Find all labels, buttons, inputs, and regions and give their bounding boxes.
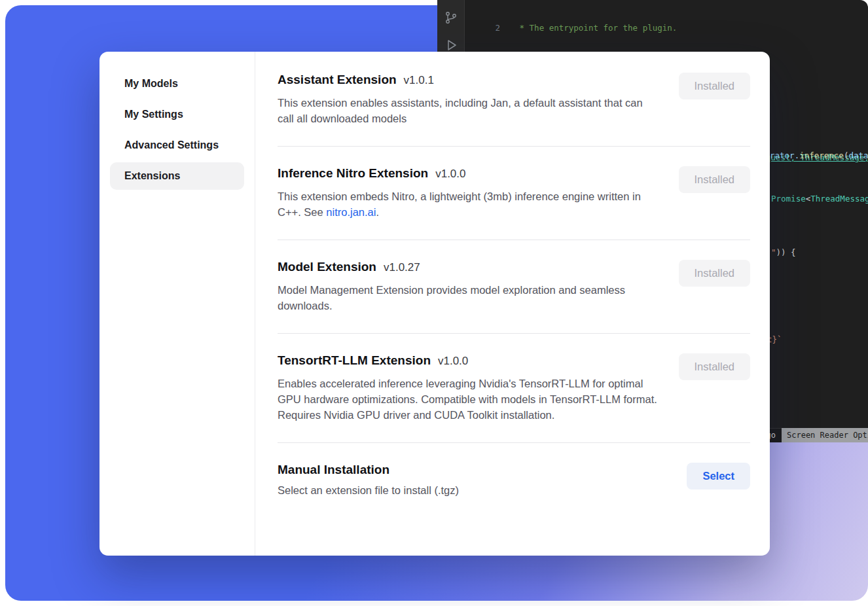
- description-text: .: [376, 206, 379, 218]
- extension-info: Inference Nitro Extension v1.0.0 This ex…: [278, 166, 660, 220]
- code-string: ": [771, 247, 776, 257]
- extension-title-line: Assistant Extension v1.0.1: [278, 73, 660, 87]
- code-fragment: rator.inference(data));: [770, 151, 868, 162]
- extension-description: Select an extension file to install (.tg…: [278, 482, 459, 498]
- extension-title: Inference Nitro Extension: [278, 166, 428, 181]
- extension-title: TensortRT-LLM Extension: [278, 353, 431, 368]
- source-control-icon[interactable]: [443, 9, 460, 26]
- extension-row-tensorrt-llm: TensortRT-LLM Extension v1.0.0 Enables a…: [278, 353, 750, 423]
- code-line: 2 * The entrypoint for the plugin.: [465, 23, 868, 34]
- extension-title: Manual Installation: [278, 463, 389, 477]
- sidebar-item-my-settings[interactable]: My Settings: [110, 101, 244, 128]
- extension-title-line: Manual Installation: [278, 463, 459, 477]
- extension-version: v1.0.1: [404, 74, 434, 87]
- code-type: ThreadMessage: [810, 194, 868, 204]
- installed-button[interactable]: Installed: [679, 166, 750, 193]
- extension-row-manual-installation: Manual Installation Select an extension …: [278, 463, 750, 498]
- extension-title: Assistant Extension: [278, 73, 397, 87]
- line-number: 2: [465, 23, 500, 34]
- extension-description: Model Management Extension provides mode…: [278, 282, 660, 313]
- screen-reader-status-item[interactable]: Screen Reader Optimized: [782, 428, 868, 442]
- row-separator: [278, 333, 750, 334]
- row-separator: [278, 146, 750, 147]
- sidebar-item-my-models[interactable]: My Models: [110, 70, 244, 98]
- extension-info: TensortRT-LLM Extension v1.0.0 Enables a…: [278, 353, 660, 423]
- sidebar-item-extensions[interactable]: Extensions: [110, 162, 244, 190]
- code-var: data: [848, 151, 868, 160]
- extension-title: Model Extension: [278, 260, 376, 274]
- extension-version: v1.0.0: [435, 168, 465, 181]
- extension-version: v1.0.27: [384, 261, 420, 274]
- extension-row-model: Model Extension v1.0.27 Model Management…: [278, 260, 750, 313]
- row-separator: [278, 442, 750, 443]
- code-fragment: Promise<ThreadMessage>: [771, 194, 868, 205]
- code-fragment: ")) {: [771, 247, 796, 258]
- desktop: 2 * The entrypoint for the plugin. 3 */ …: [0, 0, 868, 606]
- code-var: rator.: [770, 151, 799, 160]
- code-type: Promise: [771, 194, 806, 204]
- installed-button[interactable]: Installed: [679, 73, 750, 99]
- sidebar-item-advanced-settings[interactable]: Advanced Settings: [110, 132, 244, 159]
- extension-version: v1.0.0: [438, 355, 468, 368]
- installed-button[interactable]: Installed: [679, 353, 750, 380]
- extension-title-line: Model Extension v1.0.27: [278, 260, 660, 274]
- code-punct: )) {: [776, 247, 796, 257]
- select-file-button[interactable]: Select: [687, 463, 750, 490]
- settings-sidebar: My Models My Settings Advanced Settings …: [99, 52, 255, 556]
- extension-row-assistant: Assistant Extension v1.0.1 This extensio…: [278, 73, 750, 126]
- code-fn: inference: [799, 151, 844, 160]
- extension-description: This extension embeds Nitro, a lightweig…: [278, 188, 660, 220]
- extension-description: This extension enables assistants, inclu…: [278, 95, 660, 126]
- extension-info: Assistant Extension v1.0.1 This extensio…: [278, 73, 660, 126]
- extension-description: Enables accelerated inference leveraging…: [278, 376, 660, 423]
- extension-title-line: TensortRT-LLM Extension v1.0.0: [278, 353, 660, 368]
- settings-modal: My Models My Settings Advanced Settings …: [99, 52, 770, 556]
- nitro-jan-ai-link[interactable]: nitro.jan.ai: [326, 206, 376, 218]
- installed-button[interactable]: Installed: [679, 260, 750, 287]
- code-comment: * The entrypoint for the plugin.: [515, 23, 677, 33]
- extension-title-line: Inference Nitro Extension v1.0.0: [278, 166, 660, 181]
- extension-info: Model Extension v1.0.27 Model Management…: [278, 260, 660, 313]
- extension-row-inference-nitro: Inference Nitro Extension v1.0.0 This ex…: [278, 166, 750, 220]
- extension-info: Manual Installation Select an extension …: [278, 463, 459, 498]
- extensions-panel: Assistant Extension v1.0.1 This extensio…: [255, 52, 770, 556]
- row-separator: [278, 240, 750, 240]
